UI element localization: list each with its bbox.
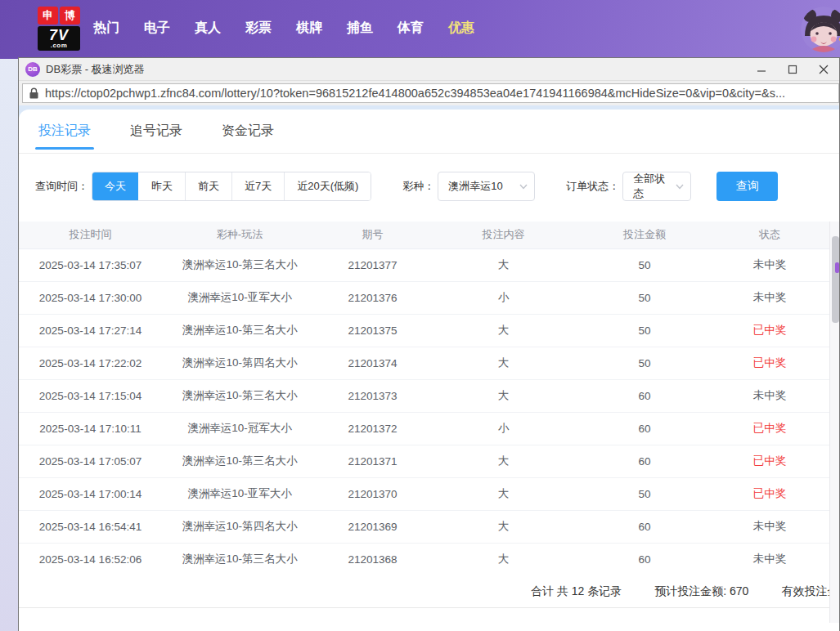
cell-bet-amount: 50 [579,347,710,379]
time-option-day-before[interactable]: 前天 [185,172,231,200]
tabs-bar: 投注记录 追号记录 资金记录 [19,110,839,154]
table-row[interactable]: 2025-03-14 17:30:00 澳洲幸运10-亚军大小 21201376… [19,281,829,314]
time-option-yesterday[interactable]: 昨天 [138,172,185,200]
cell-bet-content: 大 [428,543,579,575]
logo-char-1: 申 [38,7,58,25]
window-titlebar[interactable]: DB DB彩票 - 极速浏览器 [19,58,839,81]
nav-item-hot[interactable]: 热门 [92,20,120,37]
table-row[interactable]: 2025-03-14 16:52:06 澳洲幸运10-第三名大小 2120136… [19,543,829,575]
cell-bet-time: 2025-03-14 16:52:06 [19,543,162,575]
table-row[interactable]: 2025-03-14 16:54:41 澳洲幸运10-第四名大小 2120136… [19,510,829,543]
col-bet-time: 投注时间 [19,222,162,248]
logo-main: 7V [38,26,80,43]
query-button[interactable]: 查询 [716,172,778,201]
cell-lottery-play: 澳洲幸运10-第四名大小 [162,347,317,379]
table-row[interactable]: 2025-03-14 17:00:14 澳洲幸运10-亚军大小 21201370… [19,477,829,510]
cell-issue: 21201376 [317,281,428,314]
browser-favicon-icon: DB [25,62,40,77]
cell-bet-time: 2025-03-14 17:15:04 [19,379,162,412]
cell-bet-content: 大 [428,510,579,543]
cell-status: 已中奖 [710,314,829,347]
lottery-select[interactable]: 澳洲幸运10 [438,172,535,201]
table-row[interactable]: 2025-03-14 17:22:02 澳洲幸运10-第四名大小 2120137… [19,347,829,379]
logo-box: 7V .com [38,26,80,51]
summary-total: 合计 共 12 条记录 [531,584,622,599]
cell-lottery-play: 澳洲幸运10-冠军大小 [162,412,317,445]
cell-lottery-play: 澳洲幸运10-第三名大小 [162,314,317,347]
nav-item-fishing[interactable]: 捕鱼 [346,20,374,37]
nav-item-electronic[interactable]: 电子 [143,20,171,37]
cell-status: 未中奖 [710,281,829,314]
address-bar-row: https://ctop02pchwp1.zfnc84.com/lottery/… [19,81,839,105]
user-avatar[interactable] [801,7,840,52]
tab-bet-records[interactable]: 投注记录 [37,110,92,153]
time-option-20days[interactable]: 近20天(低频) [284,172,371,200]
cell-bet-time: 2025-03-14 17:00:14 [19,477,162,510]
cell-bet-time: 2025-03-14 16:54:41 [19,510,162,543]
cell-bet-amount: 50 [579,314,710,347]
cell-issue: 21201371 [317,445,428,477]
table-row[interactable]: 2025-03-14 17:27:14 澳洲幸运10-第三名大小 2120137… [19,314,829,347]
cell-bet-content: 大 [428,445,579,477]
bet-records-table: 投注时间 彩种-玩法 期号 投注内容 投注金额 状态 2025-03-14 17… [19,222,829,576]
cell-bet-content: 大 [428,347,579,379]
table-row[interactable]: 2025-03-14 17:35:07 澳洲幸运10-第三名大小 2120137… [19,248,829,281]
time-filter-group: 今天 昨天 前天 近7天 近20天(低频) [92,172,371,201]
scrollbar-thumb[interactable] [832,236,839,323]
cell-issue: 21201370 [317,477,428,510]
order-status-select[interactable]: 全部状态 [622,172,691,201]
lock-icon [29,87,38,99]
nav-item-sports[interactable]: 体育 [397,20,424,37]
cell-status: 未中奖 [710,379,829,412]
filters-bar: 查询时间： 今天 昨天 前天 近7天 近20天(低频) 彩种： 澳洲幸运10 [19,172,839,201]
cell-bet-time: 2025-03-14 17:30:00 [19,281,162,314]
cell-bet-content: 小 [428,412,579,445]
nav-item-lottery[interactable]: 彩票 [245,20,272,37]
logo-sub: .com [38,43,80,49]
close-button[interactable] [808,58,839,80]
avatar-image [801,7,840,52]
cell-issue: 21201374 [317,347,428,379]
scrollbar[interactable] [829,222,839,623]
time-option-today[interactable]: 今天 [92,172,138,200]
nav-item-promo[interactable]: 优惠 [447,20,475,37]
url-bar[interactable]: https://ctop02pchwp1.zfnc84.com/lottery/… [22,83,839,103]
col-issue: 期号 [317,222,428,248]
maximize-button[interactable] [777,58,808,80]
site-logo[interactable]: 申 博 7V .com [38,7,80,51]
cell-bet-content: 大 [428,477,579,510]
minimize-button[interactable] [746,58,777,80]
cell-status: 未中奖 [710,248,829,281]
table-row[interactable]: 2025-03-14 17:15:04 澳洲幸运10-第三名大小 2120137… [19,379,829,412]
cell-issue: 21201372 [317,412,428,445]
tab-chase-records[interactable]: 追号记录 [128,110,184,153]
page-content: 投注记录 追号记录 资金记录 查询时间： 今天 昨天 前天 近7天 近20天(低… [19,105,839,631]
col-lottery-play: 彩种-玩法 [162,222,317,248]
order-status-value: 全部状态 [633,172,669,201]
nav-item-live[interactable]: 真人 [194,20,222,37]
table-row[interactable]: 2025-03-14 17:05:07 澳洲幸运10-第三名大小 2120137… [19,445,829,477]
cell-lottery-play: 澳洲幸运10-第三名大小 [162,445,317,477]
url-text: https://ctop02pchwp1.zfnc84.com/lottery/… [45,87,785,100]
scrollbar-accent [835,262,839,273]
browser-window: DB DB彩票 - 极速浏览器 [18,57,840,631]
cell-status: 未中奖 [710,543,829,575]
tab-fund-records[interactable]: 资金记录 [220,110,276,153]
screen: 申 博 7V .com 热门 电子 真人 彩票 棋牌 捕鱼 体育 优惠 [0,0,840,631]
cell-status: 已中奖 [710,445,829,477]
maximize-icon [788,65,797,74]
cell-lottery-play: 澳洲幸运10-亚军大小 [162,281,317,314]
cell-status: 未中奖 [710,510,829,543]
cell-lottery-play: 澳洲幸运10-第三名大小 [162,379,317,412]
summary-row: 合计 共 12 条记录 预计投注金额: 670 有效投注金额 [19,575,839,608]
nav-item-cards[interactable]: 棋牌 [295,20,323,37]
table-row[interactable]: 2025-03-14 17:10:11 澳洲幸运10-冠军大小 21201372… [19,412,829,445]
cell-bet-amount: 50 [579,281,710,314]
cell-bet-amount: 50 [579,248,710,281]
chevron-down-icon [519,184,528,190]
cell-bet-amount: 60 [579,543,710,575]
cell-status: 已中奖 [710,347,829,379]
time-option-7days[interactable]: 近7天 [231,172,284,200]
time-filter-label: 查询时间： [35,179,88,194]
cell-bet-content: 大 [428,379,579,412]
